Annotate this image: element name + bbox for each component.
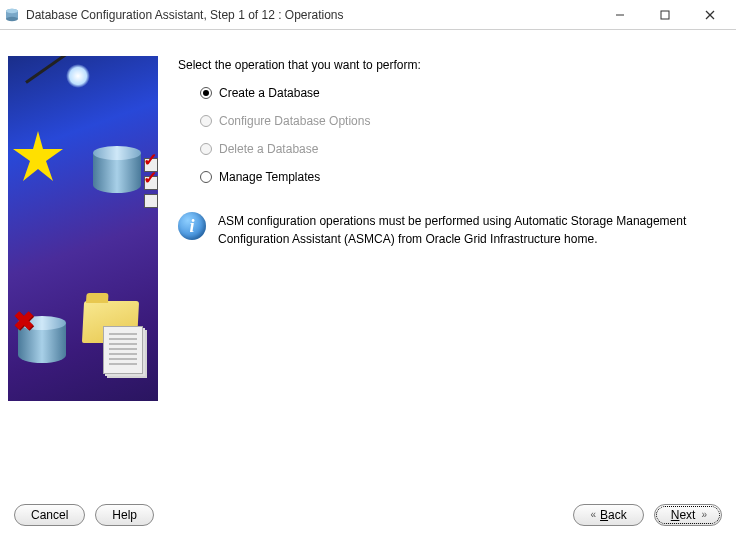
app-icon [4, 7, 20, 23]
radio-label: Create a Database [219, 86, 320, 100]
chevron-left-icon: « [590, 509, 594, 520]
help-button[interactable]: Help [95, 504, 154, 526]
button-label: Back [600, 508, 627, 522]
maximize-button[interactable] [642, 1, 687, 29]
wizard-illustration: ✓ ✓ ✖ [8, 56, 158, 401]
radio-manage-templates[interactable]: Manage Templates [200, 170, 728, 184]
svg-point-3 [6, 8, 18, 12]
radio-icon [200, 87, 212, 99]
button-label: Help [112, 508, 137, 522]
chevron-right-icon: » [701, 509, 705, 520]
radio-delete-database: Delete a Database [200, 142, 728, 156]
info-text: ASM configuration operations must be per… [218, 212, 718, 248]
radio-icon [200, 171, 212, 183]
titlebar: Database Configuration Assistant, Step 1… [0, 0, 736, 30]
radio-icon [200, 115, 212, 127]
radio-label: Configure Database Options [219, 114, 370, 128]
radio-label: Manage Templates [219, 170, 320, 184]
window-title: Database Configuration Assistant, Step 1… [26, 8, 597, 22]
next-button[interactable]: Next » [654, 504, 722, 526]
button-bar: Cancel Help « Back Next » [0, 495, 736, 539]
close-button[interactable] [687, 1, 732, 29]
wizard-image-panel: ✓ ✓ ✖ [8, 56, 158, 495]
content-area: ✓ ✓ ✖ Select the operation that you want… [0, 30, 736, 495]
button-label: Next [671, 508, 696, 522]
button-label: Cancel [31, 508, 68, 522]
svg-rect-5 [661, 11, 669, 19]
info-icon: i [178, 212, 206, 240]
main-panel: Select the operation that you want to pe… [178, 36, 728, 495]
svg-marker-8 [13, 131, 63, 181]
radio-create-database[interactable]: Create a Database [200, 86, 728, 100]
minimize-button[interactable] [597, 1, 642, 29]
radio-label: Delete a Database [219, 142, 318, 156]
svg-point-2 [6, 16, 18, 20]
radio-configure-database-options: Configure Database Options [200, 114, 728, 128]
info-note: i ASM configuration operations must be p… [178, 212, 728, 248]
instruction-text: Select the operation that you want to pe… [178, 58, 728, 72]
operation-radio-group: Create a Database Configure Database Opt… [178, 86, 728, 184]
radio-icon [200, 143, 212, 155]
cancel-button[interactable]: Cancel [14, 504, 85, 526]
window-controls [597, 1, 732, 29]
back-button[interactable]: « Back [573, 504, 643, 526]
